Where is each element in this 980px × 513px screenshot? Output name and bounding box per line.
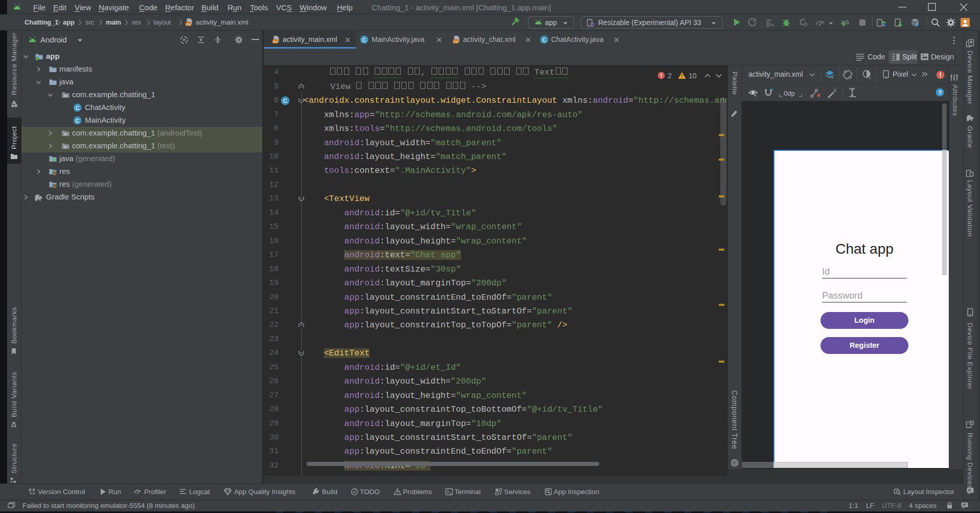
svg-text:C: C <box>362 37 367 43</box>
svg-text:<>: <> <box>186 22 191 27</box>
svg-text:C: C <box>76 118 80 124</box>
svg-text:C: C <box>542 37 546 43</box>
svg-text:<>: <> <box>453 39 459 44</box>
svg-text:C: C <box>283 97 288 104</box>
svg-text:<>: <> <box>273 39 278 44</box>
svg-text:C: C <box>76 105 80 111</box>
svg-text:?: ? <box>938 90 942 96</box>
